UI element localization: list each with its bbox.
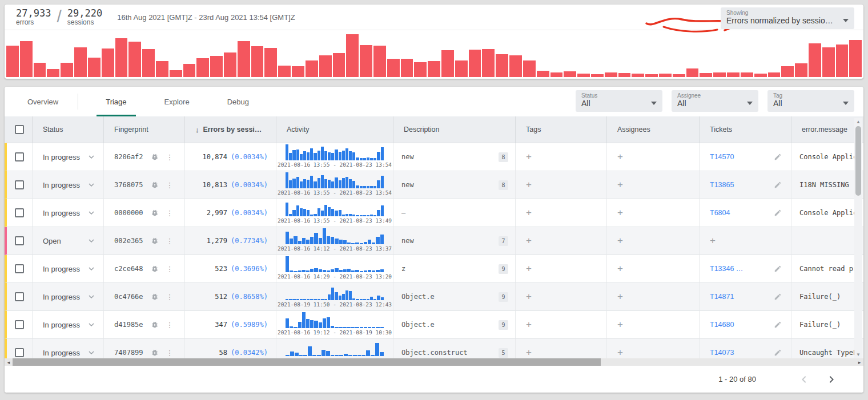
errors-cell[interactable]: 347 (0.5989%) bbox=[185, 311, 276, 338]
ticket-link[interactable]: T14680 bbox=[710, 321, 734, 329]
histogram-bar[interactable] bbox=[836, 45, 849, 77]
add-assignee-button[interactable]: + bbox=[617, 319, 623, 330]
edit-ticket-icon[interactable] bbox=[774, 181, 782, 189]
status-dropdown[interactable]: In progress bbox=[33, 283, 104, 310]
add-assignee-button[interactable]: + bbox=[617, 263, 623, 274]
col-tags[interactable]: Tags bbox=[516, 116, 607, 143]
histogram-bar[interactable] bbox=[550, 72, 563, 77]
col-errors[interactable]: ↓Errors by sessi… bbox=[185, 116, 276, 143]
histogram-bar[interactable] bbox=[360, 45, 372, 77]
kebab-menu-icon[interactable]: ⋮ bbox=[166, 265, 173, 273]
histogram-bar[interactable] bbox=[292, 66, 304, 77]
ticket-link[interactable]: T14570 bbox=[710, 153, 734, 161]
histogram-bar[interactable] bbox=[523, 60, 536, 77]
col-status[interactable]: Status bbox=[33, 116, 104, 143]
histogram-bar[interactable] bbox=[795, 63, 807, 77]
add-tag-button[interactable]: + bbox=[526, 263, 532, 274]
histogram-bar[interactable] bbox=[727, 72, 740, 77]
add-tag-button[interactable]: + bbox=[526, 347, 532, 358]
scroll-right-icon[interactable]: ▸ bbox=[855, 358, 863, 366]
histogram-bar[interactable] bbox=[509, 55, 522, 78]
edit-ticket-icon[interactable] bbox=[774, 349, 782, 357]
histogram-bar[interactable] bbox=[401, 59, 413, 77]
ticket-link[interactable]: T14871 bbox=[710, 293, 734, 301]
histogram-bar[interactable] bbox=[659, 74, 672, 77]
histogram-bar[interactable] bbox=[74, 47, 87, 77]
histogram-bar[interactable] bbox=[210, 56, 223, 77]
errors-cell[interactable]: 2,997 (0.0034%) bbox=[185, 199, 276, 227]
histogram-bar[interactable] bbox=[849, 40, 862, 77]
add-tag-button[interactable]: + bbox=[526, 207, 532, 219]
bug-icon[interactable] bbox=[151, 265, 159, 273]
histogram-bar[interactable] bbox=[156, 61, 168, 77]
scroll-down-icon[interactable]: ▼ bbox=[854, 351, 862, 358]
histogram-bar[interactable] bbox=[102, 49, 114, 77]
add-assignee-button[interactable]: + bbox=[617, 347, 623, 358]
histogram-bar[interactable] bbox=[645, 74, 658, 77]
add-tag-button[interactable]: + bbox=[526, 151, 532, 163]
histogram-bar[interactable] bbox=[170, 70, 182, 77]
histogram-bar[interactable] bbox=[196, 58, 209, 77]
histogram-bar[interactable] bbox=[537, 71, 549, 77]
row-checkbox[interactable] bbox=[15, 320, 24, 329]
histogram-bar[interactable] bbox=[88, 58, 101, 77]
histogram-bar[interactable] bbox=[128, 42, 141, 77]
bug-icon[interactable] bbox=[151, 181, 159, 189]
histogram-bar[interactable] bbox=[713, 72, 726, 77]
errors-cell[interactable]: 58 (0.0342%) bbox=[185, 339, 276, 358]
histogram-bar[interactable] bbox=[673, 74, 685, 77]
add-tag-button[interactable]: + bbox=[526, 291, 532, 302]
histogram-bar[interactable] bbox=[278, 66, 291, 77]
kebab-menu-icon[interactable]: ⋮ bbox=[166, 349, 173, 357]
row-checkbox[interactable] bbox=[15, 180, 24, 189]
histogram-bar[interactable] bbox=[496, 54, 508, 77]
histogram-bar[interactable] bbox=[333, 53, 345, 77]
add-assignee-button[interactable]: + bbox=[617, 151, 623, 163]
select-all-checkbox[interactable] bbox=[15, 125, 24, 134]
col-error-message[interactable]: error.message bbox=[791, 116, 863, 143]
histogram-bar[interactable] bbox=[238, 41, 250, 77]
ticket-link[interactable]: T6804 bbox=[710, 209, 730, 217]
histogram-bar[interactable] bbox=[605, 72, 617, 77]
kebab-menu-icon[interactable]: ⋮ bbox=[166, 237, 173, 245]
vertical-scrollbar[interactable]: ▲ ▼ bbox=[854, 118, 862, 358]
histogram-bar[interactable] bbox=[319, 55, 332, 78]
row-checkbox[interactable] bbox=[15, 348, 24, 357]
errors-cell[interactable]: 512 (0.8658%) bbox=[185, 283, 276, 310]
ticket-link[interactable]: T13865 bbox=[710, 181, 734, 189]
row-checkbox[interactable] bbox=[15, 152, 24, 161]
ticket-link[interactable]: T14073 bbox=[710, 349, 734, 357]
histogram-bar[interactable] bbox=[741, 72, 753, 77]
bug-icon[interactable] bbox=[151, 153, 159, 161]
histogram-bar[interactable] bbox=[809, 43, 821, 77]
errors-cell[interactable]: 10,813 (0.0034%) bbox=[185, 171, 276, 199]
histogram-bar[interactable] bbox=[224, 52, 236, 77]
add-assignee-button[interactable]: + bbox=[617, 179, 623, 191]
showing-dropdown[interactable]: Showing Errors normalized by sessio… bbox=[721, 7, 854, 29]
histogram-bar[interactable] bbox=[781, 66, 794, 77]
tab-debug[interactable]: Debug bbox=[212, 87, 264, 116]
bug-icon[interactable] bbox=[151, 209, 159, 217]
histogram-bar[interactable] bbox=[469, 50, 481, 78]
histogram-bar[interactable] bbox=[414, 62, 427, 77]
histogram-bar[interactable] bbox=[768, 72, 781, 77]
histogram-bar[interactable] bbox=[577, 74, 590, 77]
vertical-scrollbar-thumb[interactable] bbox=[855, 126, 861, 196]
add-tag-button[interactable]: + bbox=[526, 179, 532, 191]
tab-overview[interactable]: Overview bbox=[13, 87, 73, 116]
histogram-bar[interactable] bbox=[6, 46, 19, 77]
kebab-menu-icon[interactable]: ⋮ bbox=[166, 209, 173, 217]
errors-cell[interactable]: 523 (0.3696%) bbox=[185, 255, 276, 282]
histogram-bar[interactable] bbox=[754, 74, 767, 77]
row-checkbox[interactable] bbox=[15, 264, 24, 273]
scroll-left-icon[interactable]: ◂ bbox=[5, 358, 13, 366]
add-tag-button[interactable]: + bbox=[526, 319, 532, 330]
histogram-bar[interactable] bbox=[183, 64, 196, 77]
kebab-menu-icon[interactable]: ⋮ bbox=[166, 321, 173, 329]
status-dropdown[interactable]: In progress bbox=[33, 143, 104, 171]
bug-icon[interactable] bbox=[151, 349, 159, 357]
bug-icon[interactable] bbox=[151, 293, 159, 301]
next-page-button[interactable] bbox=[825, 373, 838, 386]
tab-triage[interactable]: Triage bbox=[91, 87, 141, 116]
histogram-bar[interactable] bbox=[373, 46, 386, 77]
